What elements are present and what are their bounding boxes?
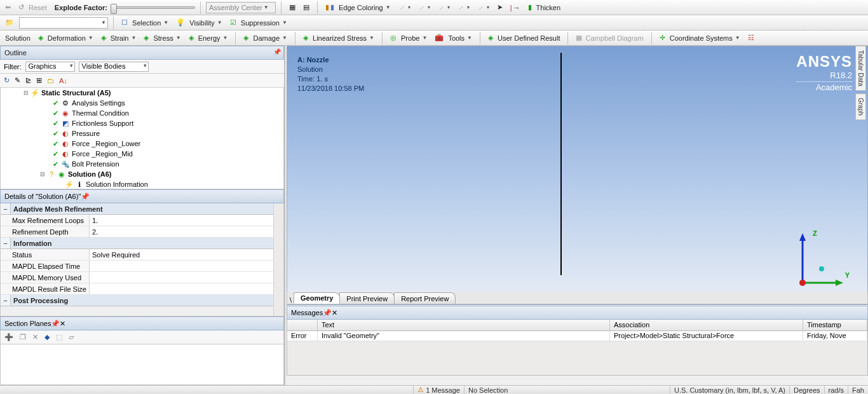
tree-analysis-settings[interactable]: ✔⚙Analysis Settings xyxy=(1,98,283,108)
axis-triad[interactable]: Z Y xyxy=(794,233,844,290)
open-icon[interactable]: 📁 xyxy=(3,18,17,27)
tab-report-preview[interactable]: Report Preview xyxy=(394,292,456,304)
deformation-button[interactable]: ◈ Deformation▼ xyxy=(36,33,96,43)
outline-title: Outline xyxy=(4,49,27,57)
tree-bolt-pretension[interactable]: ✔🔩Bolt Pretension xyxy=(1,159,283,169)
tree-frictionless-support[interactable]: ✔◩Frictionless Support xyxy=(1,118,283,128)
strain-button[interactable]: ◈ Strain▼ xyxy=(98,33,139,43)
outline-tree[interactable]: ⊟⚡Static Structural (A5) ✔⚙Analysis Sett… xyxy=(0,88,284,189)
section-planes-close-icon[interactable]: ✕ xyxy=(60,320,65,328)
align-icon[interactable]: |→ xyxy=(508,3,523,12)
solution-button[interactable]: Solution xyxy=(3,34,33,43)
probe-button[interactable]: ◎ Probe▼ xyxy=(388,33,430,43)
sp-delete-icon[interactable]: ✕ xyxy=(32,333,38,341)
coordinate-systems-button[interactable]: ✛ Coordinate Systems▼ xyxy=(657,33,743,43)
details-row-status[interactable]: StatusSolve Required xyxy=(1,249,273,261)
details-cat-adaptive[interactable]: −Adaptive Mesh Refinement xyxy=(1,203,273,215)
messages-pin-icon[interactable]: 📌 xyxy=(323,309,332,317)
tree-static-structural[interactable]: ⊟⚡Static Structural (A5) xyxy=(1,88,283,98)
tree-expand-icon[interactable]: ⊵ xyxy=(25,76,31,85)
tree-force-mid[interactable]: ✔◐Force _Region_Mid xyxy=(1,149,283,159)
edge-opt-3[interactable]: ⟋▾ xyxy=(435,3,452,12)
damage-button[interactable]: ◈ Damage▼ xyxy=(241,33,290,43)
details-row-refdepth[interactable]: Refinement Depth2. xyxy=(1,226,273,238)
graphics-viewport[interactable]: A: Nozzle Solution Time: 1. s 11/23/2018… xyxy=(287,46,868,305)
svg-point-5 xyxy=(819,266,824,271)
sp-copy-icon[interactable]: ❐ xyxy=(20,333,26,341)
solution-label: Solution xyxy=(5,34,31,42)
assembly-center-combo[interactable]: Assembly Center▼ xyxy=(206,2,276,13)
col-association[interactable]: Association xyxy=(610,320,803,330)
filter-graphics-label: Graphics xyxy=(29,62,57,70)
tools-button[interactable]: 🧰 Tools▼ xyxy=(432,33,475,43)
extra-icon[interactable]: ☷ xyxy=(745,33,757,43)
probe-label: Probe xyxy=(401,34,419,42)
details-row-mem[interactable]: MAPDL Memory Used xyxy=(1,272,273,283)
details-cat-info[interactable]: −Information xyxy=(1,238,273,249)
thicken-label: Thicken xyxy=(536,4,561,11)
details-pin-icon[interactable]: 📌 xyxy=(81,193,90,201)
reset-button: ↺ Reset xyxy=(16,3,50,12)
messages-close-icon[interactable]: ✕ xyxy=(332,309,337,317)
tree-expandall-icon[interactable]: ⊞ xyxy=(36,76,42,85)
section-planes-pin-icon[interactable]: 📌 xyxy=(51,320,60,328)
col-type[interactable] xyxy=(287,320,318,330)
edge-opt-4[interactable]: ⟋▾ xyxy=(455,3,472,12)
tab-print-preview[interactable]: Print Preview xyxy=(339,292,395,304)
energy-button[interactable]: ◈ Energy▼ xyxy=(186,33,231,43)
svg-marker-3 xyxy=(836,280,843,286)
details-row-maxloops[interactable]: Max Refinement Loops1. xyxy=(1,215,273,226)
selection-button[interactable]: ☐ Selection▼ xyxy=(119,18,171,27)
linearized-stress-button[interactable]: ◈ Linearized Stress▼ xyxy=(301,33,377,43)
tree-force-lower[interactable]: ✔◐Force _Region_Lower xyxy=(1,139,283,149)
tree-refresh-icon[interactable]: ↻ xyxy=(4,76,10,85)
tree-solution[interactable]: ⊟?◉Solution (A6) xyxy=(1,169,283,179)
tree-solution-information[interactable]: ⚡ℹSolution Information xyxy=(1,179,283,189)
toggle-icon-b[interactable]: ▤ xyxy=(301,3,312,12)
edge-opt-2[interactable]: ⟋▾ xyxy=(416,3,433,12)
outline-pin-icon[interactable]: 📌 xyxy=(273,48,281,55)
tree-sort-icon[interactable]: A↓ xyxy=(59,77,67,85)
named-selection-combo[interactable]: ▼ xyxy=(19,17,108,29)
cursor-icon[interactable]: ➤ xyxy=(494,3,505,12)
details-row-etime[interactable]: MAPDL Elapsed Time xyxy=(1,261,273,272)
explode-factor-slider[interactable] xyxy=(112,6,195,9)
left-column: Outline 📌 Filter: Graphics Visible Bodie… xyxy=(0,46,285,385)
sidetab-tabular-data[interactable]: Tabular Data xyxy=(855,46,866,91)
sp-edge-icon[interactable]: ▱ xyxy=(69,333,74,341)
tree-thermal-condition[interactable]: ✔◉Thermal Condition xyxy=(1,108,283,118)
details-scrollbar[interactable] xyxy=(273,203,283,316)
sidetab-graph[interactable]: Graph xyxy=(855,93,866,120)
edge-opt-5[interactable]: ⟋▾ xyxy=(475,3,492,12)
filter-graphics-select[interactable]: Graphics xyxy=(25,62,75,72)
toggle-icon-a[interactable]: ▦ xyxy=(287,3,298,12)
col-timestamp[interactable]: Timestamp xyxy=(803,320,867,330)
suppression-button[interactable]: ☑ Suppression▼ xyxy=(227,18,290,27)
tab-geometry[interactable]: Geometry xyxy=(294,292,340,304)
col-text[interactable]: Text xyxy=(318,320,610,330)
edge-coloring-button[interactable]: ▮▮ Edge Coloring▼ xyxy=(323,3,393,12)
msg-assoc: Project>Model>Static Structural>Force xyxy=(610,331,803,341)
svg-marker-1 xyxy=(799,233,806,241)
message-row[interactable]: Error Invalid "Geometry" Project>Model>S… xyxy=(287,331,867,341)
details-cat-post[interactable]: −Post Processing xyxy=(1,295,273,306)
messages-body[interactable]: Error Invalid "Geometry" Project>Model>S… xyxy=(287,331,868,376)
details-row-fsize[interactable]: MAPDL Result File Size xyxy=(1,283,273,295)
tree-filter-icon[interactable]: ✎ xyxy=(15,76,20,85)
stress-button[interactable]: ◈ Stress▼ xyxy=(141,33,183,43)
thicken-button[interactable]: ▮ Thicken xyxy=(526,3,564,12)
tree-pressure[interactable]: ✔◐Pressure xyxy=(1,128,283,139)
section-planes-toolbar: ➕ ❐ ✕ ◆ ⬚ ▱ xyxy=(0,330,284,344)
messages-panel: Messages 📌 ✕ Text Association Timestamp … xyxy=(287,306,868,376)
sp-cap-icon[interactable]: ⬚ xyxy=(56,333,62,341)
filter-bodies-select[interactable]: Visible Bodies xyxy=(79,62,149,72)
tree-folder-icon[interactable]: 🗀 xyxy=(47,77,54,85)
user-defined-result-button[interactable]: ◈ User Defined Result xyxy=(485,33,563,43)
visibility-button[interactable]: 💡 Visibility▼ xyxy=(173,18,225,27)
status-messages[interactable]: ⚠1 Message xyxy=(414,386,465,394)
edge-opt-1[interactable]: ⟋▾ xyxy=(396,3,413,12)
sp-add-icon[interactable]: ➕ xyxy=(4,333,13,341)
details-grid[interactable]: −Adaptive Mesh Refinement Max Refinement… xyxy=(1,203,273,316)
sp-show-icon[interactable]: ◆ xyxy=(44,333,50,341)
section-planes-list[interactable] xyxy=(0,344,284,385)
